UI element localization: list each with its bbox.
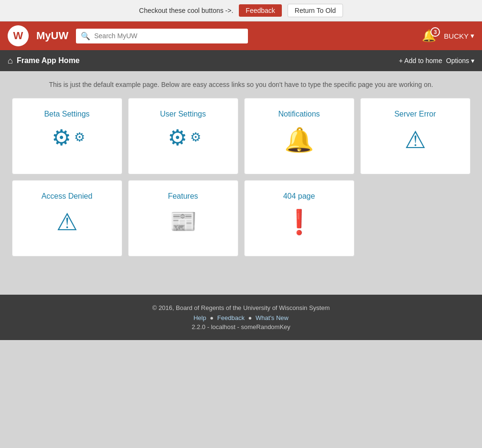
footer-dot-1: ● bbox=[210, 314, 214, 321]
header: W MyUW 🔍 🔔 3 BUCKY ▾ bbox=[0, 21, 482, 50]
card-features-title: Features bbox=[168, 192, 198, 201]
card-user-settings-title: User Settings bbox=[160, 110, 206, 118]
footer-feedback-link[interactable]: Feedback bbox=[217, 314, 245, 321]
footer-help-link[interactable]: Help bbox=[193, 314, 206, 321]
card-404-title: 404 page bbox=[283, 192, 315, 201]
search-container: 🔍 bbox=[76, 29, 248, 43]
card-access-denied-title: Access Denied bbox=[42, 192, 93, 201]
warning-icon-server: ⚠ bbox=[405, 126, 426, 154]
notification-badge: 3 bbox=[430, 27, 440, 37]
card-features[interactable]: Features 📰 bbox=[128, 180, 238, 256]
announcement-text: Checkout these cool buttons ->. bbox=[139, 7, 233, 14]
options-chevron-icon: ▾ bbox=[471, 57, 474, 64]
feedback-button[interactable]: Feedback bbox=[239, 4, 281, 17]
app-name: MyUW bbox=[36, 30, 68, 42]
gears-icon-user: ⚙⚙ bbox=[168, 126, 198, 149]
card-server-error[interactable]: Server Error ⚠ bbox=[360, 98, 471, 174]
card-beta-settings[interactable]: Beta Settings ⚙⚙ bbox=[12, 98, 122, 174]
add-to-home-button[interactable]: + Add to home bbox=[399, 57, 442, 64]
search-input[interactable] bbox=[94, 32, 243, 40]
home-icon: ⌂ bbox=[8, 56, 13, 66]
sub-header: ⌂ Frame App Home + Add to home Options ▾ bbox=[0, 50, 482, 71]
card-grid-row2: Access Denied ⚠ Features 📰 404 page ❗ bbox=[12, 180, 471, 256]
footer-copyright: © 2016, Board of Regents of the Universi… bbox=[10, 304, 472, 311]
user-menu-button[interactable]: BUCKY ▾ bbox=[444, 32, 474, 40]
user-chevron-icon: ▾ bbox=[471, 32, 474, 40]
user-name: BUCKY bbox=[444, 32, 469, 40]
notification-bell[interactable]: 🔔 3 bbox=[422, 29, 436, 43]
warning-icon-access: ⚠ bbox=[56, 208, 78, 236]
options-label: Options bbox=[446, 57, 469, 64]
sub-header-actions: + Add to home Options ▾ bbox=[399, 57, 474, 64]
return-to-old-button[interactable]: Return To Old bbox=[288, 4, 343, 17]
header-right: 🔔 3 BUCKY ▾ bbox=[422, 29, 474, 43]
options-button[interactable]: Options ▾ bbox=[446, 57, 474, 64]
search-icon: 🔍 bbox=[81, 32, 90, 41]
footer-whats-new-link[interactable]: What's New bbox=[256, 314, 289, 321]
announcement-bar: Checkout these cool buttons ->. Feedback… bbox=[0, 0, 482, 21]
card-grid-row1: Beta Settings ⚙⚙ User Settings ⚙⚙ Notifi… bbox=[12, 98, 471, 174]
main-content: This is just the default example page. B… bbox=[0, 71, 482, 266]
description-text: This is just the default example page. B… bbox=[10, 81, 472, 88]
card-notifications-title: Notifications bbox=[278, 110, 320, 118]
footer: © 2016, Board of Regents of the Universi… bbox=[0, 295, 482, 340]
footer-dot-2: ● bbox=[248, 314, 252, 321]
card-404[interactable]: 404 page ❗ bbox=[244, 180, 354, 256]
page-title: Frame App Home bbox=[17, 56, 80, 65]
card-user-settings[interactable]: User Settings ⚙⚙ bbox=[128, 98, 238, 174]
exclaim-icon-404: ❗ bbox=[284, 208, 314, 236]
card-access-denied[interactable]: Access Denied ⚠ bbox=[12, 180, 122, 256]
bell-icon-notifications: 🔔 bbox=[284, 126, 314, 154]
news-icon-features: 📰 bbox=[170, 208, 197, 234]
card-notifications[interactable]: Notifications 🔔 bbox=[244, 98, 354, 174]
footer-version: 2.2.0 - localhost - someRandomKey bbox=[10, 323, 472, 331]
card-server-error-title: Server Error bbox=[394, 110, 436, 118]
gears-icon-beta: ⚙⚙ bbox=[52, 126, 82, 149]
card-empty bbox=[360, 180, 471, 256]
card-beta-settings-title: Beta Settings bbox=[44, 110, 89, 118]
uw-logo: W bbox=[8, 25, 29, 46]
